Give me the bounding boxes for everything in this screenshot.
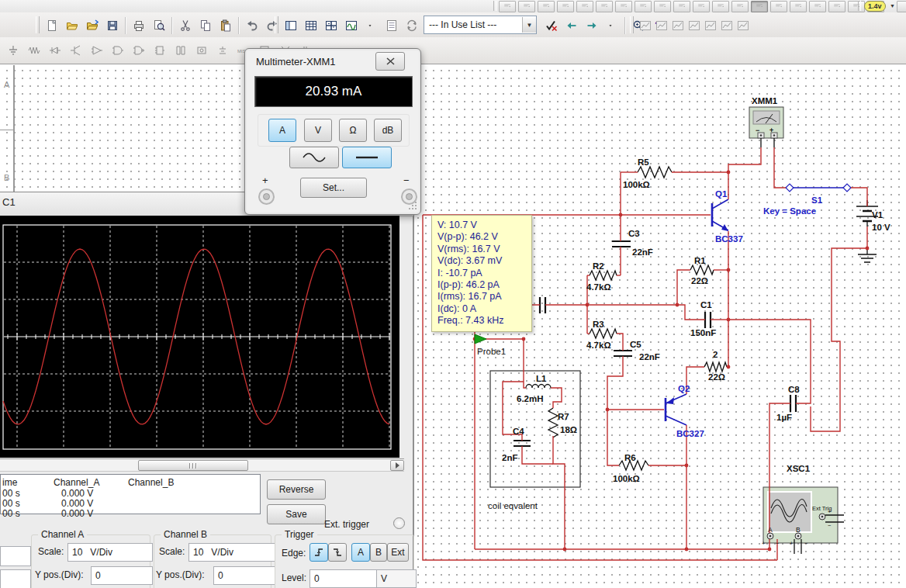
agilent-function-generator-icon[interactable] — [770, 1, 787, 12]
voltage-menu-caret-icon[interactable]: ▼ — [890, 3, 895, 9]
undo-icon[interactable] — [242, 16, 262, 36]
zoom-fit-icon[interactable] — [703, 18, 718, 33]
place-transistor-icon[interactable] — [66, 40, 86, 61]
zoom-area-icon[interactable] — [686, 18, 701, 33]
cut-icon[interactable] — [175, 16, 195, 36]
toolbar-grip[interactable] — [630, 16, 634, 33]
voltage-badge[interactable]: 1.4v — [864, 1, 886, 12]
grapher-icon[interactable] — [341, 16, 361, 36]
place-power-icon[interactable] — [213, 40, 233, 61]
trigger-b-button[interactable]: B — [370, 543, 387, 562]
logic-converter-icon[interactable] — [654, 1, 671, 12]
paste-icon[interactable] — [216, 16, 236, 36]
new-icon[interactable] — [42, 16, 62, 36]
toolbar-grip[interactable] — [36, 16, 40, 33]
transistor-switch-symbols[interactable] — [666, 184, 851, 425]
scope-scrollbar-right-icon[interactable] — [390, 460, 404, 471]
scope-scrollbar[interactable] — [0, 458, 404, 472]
close-icon[interactable] — [375, 52, 405, 71]
save-button[interactable]: Save — [267, 504, 326, 524]
transfer-results-icon[interactable] — [402, 16, 422, 36]
place-source-icon[interactable] — [3, 40, 23, 61]
xmm1-instrument-icon[interactable] — [749, 107, 783, 138]
trigger-level-unit[interactable]: V — [376, 569, 417, 588]
component-label: 22Ω — [691, 276, 708, 285]
zoom-out-graph-icon[interactable] — [670, 18, 685, 33]
place-cmos-icon[interactable] — [129, 40, 149, 61]
postprocessor-icon[interactable] — [382, 16, 402, 36]
zoom-in-graph-icon[interactable] — [654, 18, 669, 33]
scope-scrollbar-handle[interactable] — [138, 460, 248, 471]
timebase-xpos-field-cut[interactable] — [0, 569, 31, 588]
function-generator-icon[interactable] — [518, 1, 535, 12]
toolbar-grip[interactable] — [275, 16, 278, 33]
place-misc-digital-icon[interactable] — [150, 40, 170, 61]
reverse-button[interactable]: Reverse — [267, 479, 326, 500]
distortion-analyzer-icon[interactable] — [712, 1, 729, 12]
logic-analyzer-icon[interactable] — [673, 1, 690, 12]
trigger-a-button[interactable]: A — [351, 543, 370, 562]
channel-b-ypos-field[interactable]: 0 — [213, 566, 275, 585]
wattmeter-icon[interactable] — [538, 1, 555, 12]
trigger-falling-edge-button[interactable] — [328, 543, 347, 562]
grapher-menu-icon[interactable] — [361, 16, 382, 36]
copy-icon[interactable] — [195, 16, 216, 36]
multimeter-icon[interactable] — [499, 1, 516, 12]
set-button[interactable]: Set... — [300, 178, 367, 198]
trigger-level-field[interactable]: 0 — [309, 569, 382, 588]
print-icon[interactable] — [129, 16, 149, 36]
ohm-mode-button[interactable]: Ω — [339, 119, 367, 142]
db-mode-button[interactable]: dB — [374, 119, 402, 142]
print-preview-icon[interactable] — [149, 16, 169, 36]
ampere-mode-button[interactable]: A — [268, 119, 296, 142]
combo-dropdown-icon[interactable]: ▼ — [522, 17, 536, 33]
place-diode-icon[interactable] — [45, 40, 65, 61]
network-analyzer-icon[interactable] — [751, 1, 768, 12]
resize-grip-icon[interactable] — [408, 201, 417, 210]
probe1-arrow[interactable] — [475, 334, 486, 344]
place-basic-icon[interactable] — [24, 40, 44, 61]
word-generator-icon[interactable] — [635, 1, 652, 12]
channel-b-scale-field[interactable]: 10 V/Div — [188, 543, 275, 562]
frequency-counter-icon[interactable] — [615, 1, 632, 12]
erc-check-icon[interactable] — [541, 16, 562, 36]
four-channel-oscilloscope-icon[interactable] — [576, 1, 593, 12]
place-indicator-icon[interactable] — [192, 40, 212, 61]
volt-mode-button[interactable]: V — [304, 119, 332, 142]
grapher-properties-icon[interactable] — [638, 18, 652, 33]
overlay-graphs-icon[interactable] — [735, 18, 750, 33]
open-sample-icon[interactable] — [82, 16, 102, 36]
agilent-multimeter-icon[interactable] — [790, 1, 807, 12]
place-analog-icon[interactable] — [87, 40, 107, 61]
tektronix-oscilloscope-icon[interactable] — [828, 1, 845, 12]
spreadsheet-view-icon[interactable] — [301, 16, 321, 36]
place-ttl-icon[interactable] — [108, 40, 128, 61]
back-annotate-icon[interactable] — [562, 16, 582, 36]
timebase-scale-field-cut[interactable] — [0, 546, 31, 566]
design-toolbox-icon[interactable] — [281, 16, 301, 36]
channel-a-ypos-field[interactable]: 0 — [91, 566, 153, 585]
channel-a-scale-field[interactable]: 10 V/Div — [67, 543, 153, 562]
bode-plotter-icon[interactable] — [596, 1, 613, 12]
ni-elvis-icon[interactable] — [897, 1, 906, 12]
trigger-rising-edge-button[interactable] — [309, 543, 328, 562]
export-data-icon[interactable] — [719, 18, 734, 33]
place-mixed-icon[interactable] — [171, 40, 191, 61]
in-use-list-combo[interactable]: --- In Use List --- ▼ — [424, 16, 537, 34]
dc-mode-button[interactable] — [342, 147, 392, 168]
save-icon[interactable] — [102, 16, 123, 36]
ext-trigger-radio[interactable] — [393, 517, 405, 529]
forward-annotate-icon[interactable] — [582, 16, 602, 36]
agilent-oscilloscope-icon[interactable] — [809, 1, 826, 12]
database-manager-icon[interactable] — [321, 16, 341, 36]
iv-analyzer-icon[interactable] — [693, 1, 710, 12]
trigger-ext-button[interactable]: Ext — [387, 543, 409, 562]
annotate-menu-icon[interactable] — [602, 16, 622, 36]
open-icon[interactable] — [62, 16, 82, 36]
ac-mode-button[interactable] — [289, 147, 339, 168]
oscilloscope-icon[interactable] — [557, 1, 574, 12]
measurement-probe-icon[interactable] — [848, 1, 865, 12]
redo-icon[interactable] — [262, 16, 282, 36]
spectrum-analyzer-icon[interactable] — [731, 1, 749, 12]
plus-terminal[interactable] — [258, 189, 275, 205]
